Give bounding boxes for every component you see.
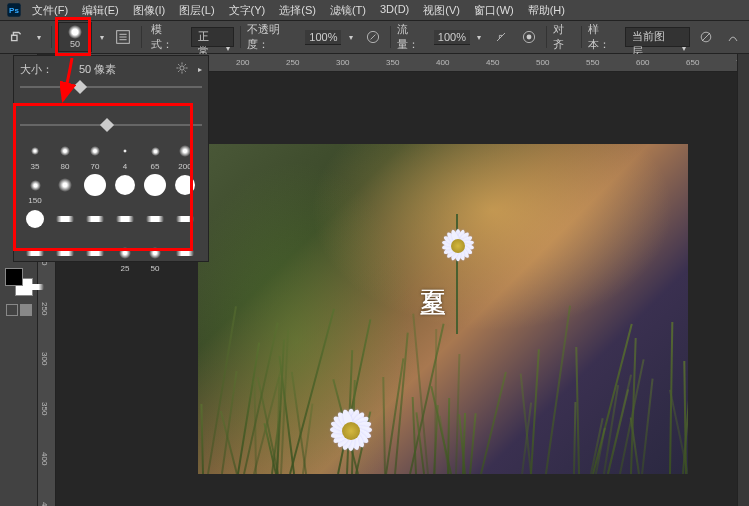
options-bar: ▾ 50 ▾ 模式： 正常 ▾ 不透明度： 100% ▾ 流量： 100% ▾ … — [0, 20, 749, 54]
menu-item[interactable]: 窗口(W) — [467, 3, 521, 18]
menu-item[interactable]: 帮助(H) — [521, 3, 572, 18]
pressure-size-icon[interactable] — [517, 25, 541, 49]
brush-preset-item[interactable] — [142, 174, 168, 206]
aligned-label[interactable]: 对齐 — [553, 22, 575, 52]
menu-item[interactable]: 文字(Y) — [222, 3, 273, 18]
mode-label: 模式： — [148, 22, 186, 52]
brush-preset-item[interactable]: 35 — [22, 140, 48, 172]
brush-preset-item[interactable] — [22, 242, 48, 274]
flow-dropdown[interactable]: ▾ — [474, 33, 486, 42]
brush-preset-item[interactable] — [82, 174, 108, 206]
brush-grid: 3580704652001502550 — [20, 138, 202, 310]
brush-preset-item[interactable]: 150 — [22, 174, 48, 206]
brush-preset-item[interactable]: 80 — [52, 140, 78, 172]
menu-item[interactable]: 滤镜(T) — [323, 3, 373, 18]
brush-preset-dropdown-arrow[interactable]: ▾ — [96, 33, 108, 42]
size-value[interactable]: 50 像素 — [79, 62, 116, 77]
brush-preset-item[interactable]: 200 — [172, 140, 198, 172]
brush-preset-item[interactable]: 25 — [112, 242, 138, 274]
airbrush-icon[interactable] — [489, 25, 513, 49]
brush-preset-picker[interactable]: 50 — [58, 22, 91, 52]
menu-item[interactable]: 图层(L) — [172, 3, 221, 18]
svg-text:Ps: Ps — [9, 6, 19, 15]
brush-preset-item[interactable]: 4 — [112, 140, 138, 172]
flow-label: 流量： — [397, 22, 429, 52]
sample-label: 样本： — [588, 22, 620, 52]
sample-select[interactable]: 当前图层 ▾ — [625, 27, 690, 47]
menu-item[interactable]: 视图(V) — [416, 3, 467, 18]
pressure-opacity-icon[interactable] — [361, 25, 385, 49]
brush-preset-item[interactable] — [172, 242, 198, 274]
pressure-icon[interactable] — [721, 25, 745, 49]
svg-point-8 — [526, 35, 531, 40]
menu-item[interactable]: 图像(I) — [126, 3, 172, 18]
photoshop-logo: Ps — [3, 1, 25, 19]
brush-preset-item[interactable]: 65 — [142, 140, 168, 172]
menu-bar: Ps 文件(F)编辑(E)图像(I)图层(L)文字(Y)选择(S)滤镜(T)3D… — [0, 0, 749, 20]
right-panel-strip[interactable] — [737, 54, 749, 506]
brush-preset-item[interactable] — [52, 242, 78, 274]
opacity-value[interactable]: 100% — [305, 30, 341, 45]
brush-preset-item[interactable] — [142, 208, 168, 240]
brush-preset-item[interactable] — [82, 208, 108, 240]
brush-preset-item[interactable] — [52, 208, 78, 240]
hardness-slider[interactable] — [20, 118, 202, 132]
clone-stamp-tool-icon — [4, 24, 30, 50]
brush-preset-item[interactable] — [52, 174, 78, 206]
brush-preset-item[interactable] — [22, 208, 48, 240]
brush-preset-item[interactable] — [22, 276, 48, 308]
svg-line-10 — [702, 33, 710, 41]
brush-panel-toggle[interactable] — [112, 25, 136, 49]
brush-size-label: 50 — [70, 39, 80, 49]
flow-value[interactable]: 100% — [434, 30, 470, 45]
opacity-label: 不透明度： — [247, 22, 301, 52]
menu-item[interactable]: 编辑(E) — [75, 3, 126, 18]
brush-preset-item[interactable] — [82, 242, 108, 274]
brush-preset-item[interactable] — [112, 208, 138, 240]
brush-preset-item[interactable] — [112, 174, 138, 206]
brush-preset-panel: 大小： 50 像素 ▸ 硬度： 3580704652001502550 — [13, 55, 209, 262]
brush-preset-item[interactable] — [172, 174, 198, 206]
menu-item[interactable]: 文件(F) — [25, 3, 75, 18]
menu-item[interactable]: 选择(S) — [272, 3, 323, 18]
ignore-adjustment-icon[interactable] — [694, 25, 718, 49]
gear-icon[interactable] — [175, 61, 189, 77]
canvas-text: 夏至 — [416, 269, 451, 277]
brush-preset-item[interactable] — [172, 208, 198, 240]
svg-point-11 — [180, 66, 184, 70]
size-slider[interactable] — [20, 80, 202, 94]
brush-preset-item[interactable]: 70 — [82, 140, 108, 172]
tool-preset-dropdown[interactable]: ▾ — [34, 33, 46, 42]
blend-mode-select[interactable]: 正常 ▾ — [191, 27, 235, 47]
document-canvas[interactable]: 夏至 — [198, 144, 688, 474]
brush-preset-item[interactable]: 50 — [142, 242, 168, 274]
opacity-dropdown[interactable]: ▾ — [345, 33, 357, 42]
size-label: 大小： — [20, 62, 53, 77]
menu-item[interactable]: 3D(D) — [373, 3, 416, 18]
